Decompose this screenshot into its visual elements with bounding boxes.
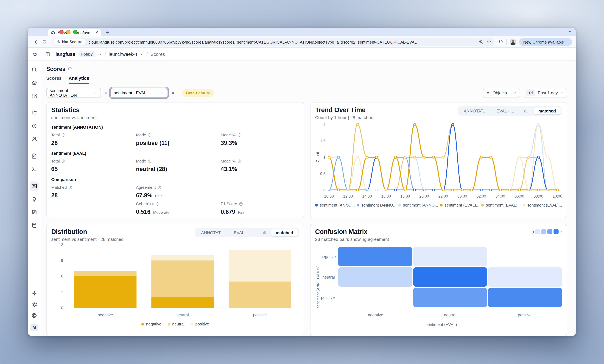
- svg-text:6: 6: [61, 274, 63, 278]
- app-header: langfuse Hobby / launchweek-4 / Scores: [28, 48, 576, 61]
- beta-feature-badge: Beta Feature: [182, 89, 214, 97]
- sidebar-item-prompts-icon[interactable]: [30, 151, 39, 161]
- score1-select[interactable]: sentiment · ANNOTATION: [46, 88, 101, 98]
- sidebar-item-datasets-icon[interactable]: [30, 221, 39, 230]
- org-name[interactable]: langfuse: [56, 51, 75, 57]
- help-icon[interactable]: [239, 202, 243, 206]
- minimize-window-button[interactable]: [66, 30, 70, 34]
- sidebar-item-tracing-icon[interactable]: [30, 108, 39, 117]
- remove-score2-button[interactable]: ✕: [168, 91, 177, 95]
- org-chevron-icon[interactable]: [98, 52, 102, 56]
- page-title: Scores: [46, 65, 66, 72]
- metric-f1-score: F1 Score 0.679Fair: [221, 201, 299, 215]
- legend-dot: [191, 323, 193, 325]
- back-icon[interactable]: [33, 39, 38, 45]
- distribution-toggle-all[interactable]: all: [256, 229, 271, 236]
- help-icon[interactable]: [237, 133, 241, 137]
- help-icon[interactable]: [157, 185, 162, 189]
- security-chip[interactable]: Not Secure: [53, 38, 85, 45]
- help-icon[interactable]: [237, 159, 241, 163]
- help-icon[interactable]: [148, 133, 152, 137]
- metric-value: 65: [51, 166, 136, 172]
- chrome-update-pill[interactable]: New Chrome available: [519, 38, 572, 46]
- tab-analytics[interactable]: Analytics: [69, 75, 89, 84]
- new-tab-button[interactable]: +: [106, 30, 109, 36]
- trend-toggle-all[interactable]: all: [519, 107, 534, 114]
- help-icon[interactable]: [61, 159, 66, 163]
- zoom-icon[interactable]: [479, 39, 484, 44]
- sidebar-toggle-icon[interactable]: [45, 51, 50, 57]
- sidebar-item-users-icon[interactable]: [30, 135, 39, 144]
- svg-text:0: 0: [61, 306, 63, 310]
- sidebar-item-search-icon[interactable]: [30, 65, 39, 75]
- svg-text:08:00: 08:00: [534, 194, 543, 198]
- score2-select[interactable]: sentiment · EVAL: [110, 88, 168, 98]
- fullscreen-window-button[interactable]: [73, 30, 77, 34]
- reload-icon[interactable]: [42, 39, 47, 44]
- svg-text:20:00: 20:00: [419, 194, 429, 198]
- matrix-cell-positive-positive: [488, 288, 562, 307]
- matrix-row-label: negative: [321, 254, 338, 259]
- tab-scores[interactable]: Scores: [46, 75, 62, 84]
- help-icon[interactable]: [61, 133, 66, 137]
- help-icon[interactable]: [155, 202, 160, 206]
- distribution-legend: negativeneutralpositive: [51, 322, 299, 326]
- project-chevron-icon[interactable]: [140, 52, 144, 56]
- date-range-select[interactable]: 1d Past 1 day: [524, 88, 567, 98]
- svg-text:0.5: 0.5: [320, 172, 326, 176]
- distribution-toggle-group: ANNOTAT...EVAL · ...allmatched: [195, 228, 299, 237]
- kebab-menu-icon[interactable]: [566, 40, 570, 44]
- metric-mode: Mode positive (11): [136, 132, 221, 146]
- profile-avatar[interactable]: [510, 38, 516, 45]
- svg-text:0: 0: [323, 188, 326, 192]
- address-bar[interactable]: Not Secure cloud.langfuse.com/project/cm…: [52, 38, 495, 46]
- project-name[interactable]: launchweek-4: [109, 51, 137, 57]
- breadcrumb-page: Scores: [151, 51, 165, 57]
- object-type-select[interactable]: All Objects: [483, 88, 520, 98]
- updown-chevron-icon: [94, 91, 97, 95]
- sidebar-item-evaluation-icon[interactable]: [30, 195, 39, 204]
- sidebar-item-dashboards-icon[interactable]: [30, 91, 39, 100]
- bookmark-star-icon[interactable]: [487, 39, 492, 44]
- trend-toggle-annotat[interactable]: ANNOTAT...: [459, 107, 491, 114]
- trend-toggle-eval[interactable]: EVAL · ...: [491, 107, 519, 114]
- browser-tabstrip: Scores | Langfuse ✕ +: [28, 28, 576, 36]
- metric-label: Mode: [136, 159, 221, 163]
- toolbar-right: New Chrome available: [498, 38, 572, 46]
- svg-text:12:00: 12:00: [343, 194, 353, 198]
- sidebar-item-scores-icon[interactable]: [30, 181, 39, 191]
- svg-text:1: 1: [323, 155, 326, 159]
- langfuse-app: langfuse Hobby / launchweek-4 / Scores M…: [28, 48, 576, 336]
- extensions-puzzle-icon[interactable]: [498, 39, 503, 44]
- info-icon[interactable]: [68, 67, 72, 71]
- sidebar-item-home-icon[interactable]: [30, 78, 39, 88]
- user-avatar[interactable]: M: [30, 324, 38, 331]
- range-label: Past 1 day: [538, 91, 558, 95]
- main-content: Scores ScoresAnalytics sentiment · ANNOT…: [41, 61, 576, 336]
- distribution-toggle-eval[interactable]: EVAL · ...: [229, 229, 256, 236]
- metric-label: Mode: [136, 132, 221, 137]
- icon-sidebar: M: [28, 61, 41, 336]
- sidebar-item-playground-icon[interactable]: [30, 164, 39, 174]
- langfuse-logo[interactable]: [32, 51, 37, 57]
- help-icon[interactable]: [68, 185, 73, 189]
- help-icon[interactable]: [148, 159, 152, 163]
- tab-search-chevron-icon[interactable]: [568, 30, 572, 34]
- tab-close-icon[interactable]: ✕: [95, 31, 98, 34]
- svg-text:neutral: neutral: [176, 313, 189, 317]
- distribution-toggle-annotat[interactable]: ANNOTAT...: [196, 229, 229, 236]
- score2-value: sentiment · EVAL: [114, 91, 157, 95]
- sidebar-item-annotation-icon[interactable]: [30, 208, 39, 217]
- metric-value: 0.516Moderate: [136, 208, 221, 215]
- distribution-toggle-matched[interactable]: matched: [271, 229, 298, 236]
- remove-score1-button[interactable]: ✕: [101, 91, 110, 95]
- confusion-matrix-card: Confusion Matrix 28 matched pairs showin…: [310, 224, 567, 336]
- sidebar-item-settings-icon[interactable]: [30, 300, 39, 309]
- sidebar-item-support-icon[interactable]: [30, 311, 39, 320]
- sidebar-item-sparkle-icon[interactable]: [30, 289, 39, 298]
- svg-text:12: 12: [59, 243, 63, 247]
- sidebar-item-sessions-icon[interactable]: [30, 121, 39, 131]
- close-window-button[interactable]: [59, 30, 63, 34]
- trend-toggle-matched[interactable]: matched: [533, 107, 561, 114]
- svg-text:Count: Count: [315, 152, 320, 162]
